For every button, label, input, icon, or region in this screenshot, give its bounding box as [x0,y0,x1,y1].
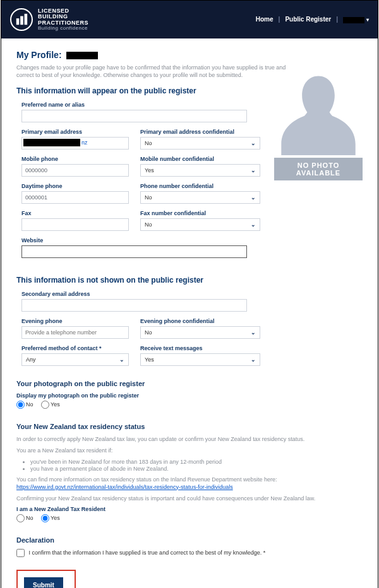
declaration-row: I confirm that the information I have su… [16,549,363,557]
profile-photo-panel: NO PHOTO AVAILABLE [274,70,363,180]
chevron-down-icon: ⌄ [251,329,256,336]
fax-label: Fax [21,210,129,216]
svg-rect-1 [20,16,23,25]
intro-text: Changes made to your profile page have t… [16,64,288,79]
tax-p2: You are a New Zealand tax resident if: [16,447,363,454]
declaration-checkbox[interactable] [16,549,25,557]
redacted-profile-name [66,52,98,59]
chevron-down-icon: ⌄ [251,167,256,173]
evening-conf-value: No [145,329,152,336]
nav-divider: | [336,16,338,23]
no-photo-caption: NO PHOTO AVAILABLE [274,158,363,180]
nav-home[interactable]: Home [256,16,274,23]
chevron-down-icon: ▾ [366,17,369,23]
evening-conf-label: Evening phone confidential [140,318,260,324]
display-photo-yes-label: Yes [51,401,60,408]
silhouette-icon [280,70,356,155]
phone-conf-label: Phone number confidential [140,183,260,189]
display-photo-no-label: No [26,401,33,408]
evening-label: Evening phone [21,318,129,324]
receive-txt-value: Yes [145,356,154,363]
phone-conf-value: No [145,194,152,201]
daytime-input[interactable] [21,191,129,204]
submit-button[interactable]: Submit [24,577,63,588]
page-title-prefix: My Profile: [16,50,62,60]
primary-email-label: Primary email address [21,129,129,135]
display-photo-question: Display my photograph on the public regi… [16,392,363,399]
redacted-username [343,17,364,23]
nav-user-menu[interactable]: ▾ [343,16,369,23]
chevron-down-icon: ⌄ [251,221,256,228]
website-label: Website [21,237,247,244]
fax-conf-value: No [145,221,152,228]
brand-logo-icon [10,8,33,31]
redacted-email [23,139,80,146]
display-photo-no-radio[interactable] [16,401,25,409]
contact-method-value: Any [26,356,36,363]
website-input[interactable] [21,245,247,258]
brand-text: LICENSED BUILDING PRACTITIONERS Building… [38,8,88,32]
preferred-name-input[interactable] [21,110,247,122]
svg-rect-0 [16,18,20,25]
svg-rect-2 [25,14,28,25]
fax-input[interactable] [21,218,129,231]
contact-method-select[interactable]: Any ⌄ [21,353,129,366]
preferred-name-label: Preferred name or alias [21,102,247,108]
page-title: My Profile: [16,50,363,60]
tax-ird-link[interactable]: https://www.ird.govt.nz/international-ta… [16,484,233,490]
tax-bullet-2: you have a permanent place of abode in N… [30,466,363,472]
secondary-email-input[interactable] [21,299,247,312]
tax-bullets: you've been in New Zealand for more than… [30,459,363,472]
tax-yes-radio[interactable] [41,514,49,522]
display-photo-yes-radio[interactable] [41,401,49,409]
declaration-heading: Declaration [16,536,363,544]
mobile-conf-select[interactable]: Yes ⌄ [140,164,260,177]
tax-resident-radios: No Yes [16,514,363,522]
chevron-down-icon: ⌄ [119,356,124,363]
primary-email-conf-value: No [145,140,152,146]
mobile-label: Mobile phone [21,156,129,162]
tax-p3: You can find more information on tax res… [16,476,363,491]
nav-public-register[interactable]: Public Register [285,16,331,23]
daytime-label: Daytime phone [21,183,129,189]
declaration-text: I confirm that the information I have su… [29,550,266,556]
fax-conf-label: Fax number confidential [140,210,260,216]
secondary-email-label: Secondary email address [21,291,247,297]
section-private-heading: This information is not shown on the pub… [16,276,363,285]
primary-email-conf-label: Primary email address confidential [140,129,260,135]
email-suffix: nz [81,139,88,146]
submit-highlight-box: Submit [16,570,76,588]
photo-section-heading: Your photograph on the public register [16,380,363,387]
chevron-down-icon: ⌄ [251,356,256,363]
primary-email-conf-select[interactable]: No ⌄ [140,137,260,150]
tax-no-label: No [26,515,33,521]
contact-method-label: Preferred method of contact * [21,345,129,351]
chevron-down-icon: ⌄ [251,140,256,146]
tax-bullet-1: you've been in New Zealand for more than… [30,459,363,465]
receive-txt-label: Receive text messages [140,345,260,351]
evening-input[interactable] [21,326,129,339]
evening-conf-select[interactable]: No ⌄ [140,326,260,339]
tax-section-heading: Your New Zealand tax residency status [16,423,363,430]
top-nav: Home | Public Register | ▾ [256,16,369,23]
tax-p1: In order to correctly apply New Zealand … [16,435,363,443]
mobile-conf-value: Yes [145,167,154,173]
mobile-input[interactable] [21,164,129,177]
fax-conf-select[interactable]: No ⌄ [140,218,260,231]
brand: LICENSED BUILDING PRACTITIONERS Building… [10,8,88,32]
tax-no-radio[interactable] [16,514,25,522]
tax-p3-pre: You can find more information on tax res… [16,476,277,483]
tax-yes-label: Yes [51,515,60,521]
tax-p4: Confirming your New Zealand tax residenc… [16,495,363,502]
top-bar: LICENSED BUILDING PRACTITIONERS Building… [1,1,378,38]
mobile-conf-label: Mobile number confidential [140,156,260,162]
display-photo-radios: No Yes [16,401,363,409]
phone-conf-select[interactable]: No ⌄ [140,191,260,204]
brand-tagline: Building confidence [38,26,88,31]
tax-resident-question: I am a New Zealand Tax Resident [16,506,363,512]
nav-divider: | [279,16,280,23]
receive-txt-select[interactable]: Yes ⌄ [140,353,260,366]
chevron-down-icon: ⌄ [251,194,256,201]
